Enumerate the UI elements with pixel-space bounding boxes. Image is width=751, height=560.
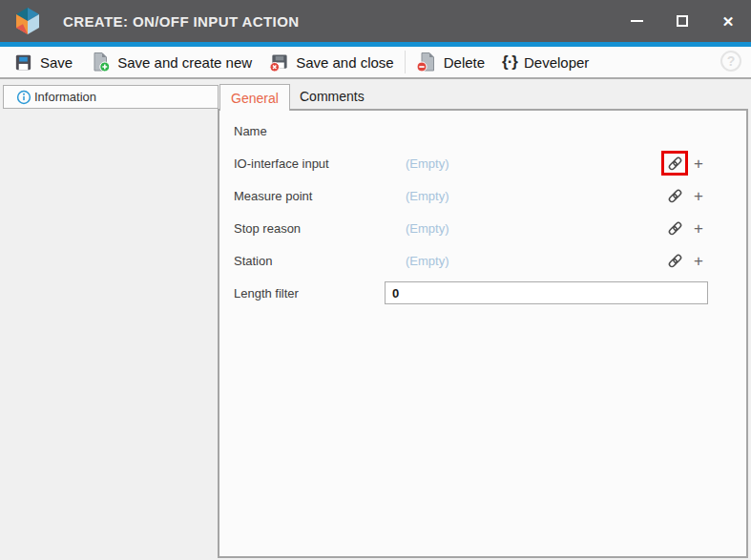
- close-icon: ✕: [722, 14, 735, 29]
- braces-icon: {·}: [502, 52, 517, 72]
- floppy-close-icon: [269, 52, 289, 73]
- plus-icon: +: [692, 253, 706, 269]
- save-and-create-new-label: Save and create new: [117, 54, 252, 71]
- minimize-button[interactable]: [614, 0, 659, 42]
- form-row-io-interface-input: IO-interface input (Empty) +: [219, 147, 746, 179]
- field-label: Measure point: [234, 189, 406, 203]
- station-add-button[interactable]: +: [689, 251, 708, 270]
- link-icon: [667, 156, 683, 172]
- save-label: Save: [40, 54, 73, 71]
- measure-point-field[interactable]: (Empty): [406, 189, 665, 203]
- stop-reason-link-button[interactable]: [665, 218, 684, 238]
- minimize-icon: [631, 20, 643, 22]
- general-tab-panel: Name IO-interface input (Empty): [218, 109, 748, 558]
- form-row-stop-reason: Stop reason (Empty) +: [219, 212, 746, 244]
- highlight-box: [661, 151, 688, 176]
- help-icon[interactable]: ?: [720, 51, 741, 72]
- link-icon: [667, 188, 683, 204]
- io-interface-add-button[interactable]: +: [689, 154, 708, 173]
- document-delete-icon: [416, 52, 437, 73]
- field-label: Stop reason: [234, 221, 406, 236]
- field-label: Name: [234, 124, 406, 138]
- maximize-button[interactable]: [659, 0, 705, 42]
- length-filter-input[interactable]: [385, 281, 708, 304]
- io-interface-link-button[interactable]: [665, 154, 684, 173]
- form-row-station: Station (Empty) +: [219, 244, 746, 277]
- sidebar-item-label: Information: [34, 90, 96, 104]
- plus-icon: +: [692, 156, 706, 172]
- plus-icon: +: [692, 220, 706, 237]
- save-and-close-button[interactable]: Save and close: [261, 48, 403, 76]
- link-icon: [667, 220, 683, 237]
- close-button[interactable]: ✕: [705, 0, 751, 42]
- dialog-window: CREATE: ON/OFF INPUT ACTION ✕ Save Sa: [0, 0, 751, 560]
- window-title: CREATE: ON/OFF INPUT ACTION: [63, 13, 299, 30]
- station-link-button[interactable]: [665, 251, 684, 270]
- save-and-create-new-button[interactable]: Save and create new: [81, 48, 261, 76]
- measure-point-link-button[interactable]: [665, 186, 684, 205]
- floppy-save-icon: [13, 52, 33, 73]
- stop-reason-add-button[interactable]: +: [689, 218, 708, 238]
- maximize-icon: [677, 15, 688, 27]
- app-logo-icon: [13, 8, 42, 34]
- sidebar-item-information[interactable]: Information: [3, 85, 219, 109]
- tab-comments[interactable]: Comments: [289, 84, 375, 109]
- delete-label: Delete: [444, 54, 485, 71]
- save-button[interactable]: Save: [5, 48, 81, 76]
- field-label: IO-interface input: [234, 156, 406, 171]
- developer-label: Developer: [524, 54, 589, 71]
- save-and-close-label: Save and close: [296, 54, 394, 71]
- station-field[interactable]: (Empty): [406, 254, 665, 268]
- form-row-name: Name: [219, 114, 746, 147]
- io-interface-input-field[interactable]: (Empty): [406, 156, 665, 171]
- stop-reason-field[interactable]: (Empty): [406, 221, 665, 236]
- measure-point-add-button[interactable]: +: [689, 186, 708, 205]
- delete-button[interactable]: Delete: [407, 48, 493, 76]
- document-add-icon: [90, 52, 111, 73]
- form-row-length-filter: Length filter: [219, 277, 746, 309]
- toolbar: Save Save and create new Save and close: [0, 47, 751, 79]
- tab-general[interactable]: General: [219, 84, 290, 111]
- field-label: Station: [234, 254, 406, 268]
- window-controls: ✕: [614, 0, 751, 42]
- developer-button[interactable]: {·} Developer: [493, 48, 597, 76]
- title-bar: CREATE: ON/OFF INPUT ACTION ✕: [0, 0, 751, 42]
- link-icon: [667, 253, 683, 269]
- form-row-measure-point: Measure point (Empty) +: [219, 179, 746, 212]
- info-icon: [16, 90, 31, 105]
- field-label: Length filter: [234, 286, 385, 301]
- toolbar-separator: [405, 51, 406, 73]
- plus-icon: +: [692, 188, 706, 204]
- name-input[interactable]: [406, 124, 708, 138]
